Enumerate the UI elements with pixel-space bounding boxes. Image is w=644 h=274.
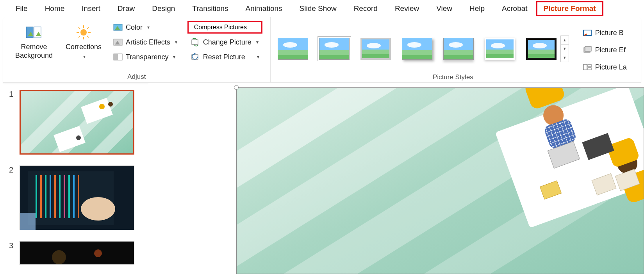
svg-rect-44 bbox=[54, 175, 56, 218]
slide-thumbnail-panel: 1 2 bbox=[0, 83, 148, 274]
compress-pictures-label: Compress Pictures bbox=[194, 24, 247, 31]
picture-layout-button[interactable]: Picture La bbox=[580, 61, 630, 73]
gallery-scroll-down[interactable]: ▾ bbox=[561, 44, 569, 53]
chevron-down-icon: ▾ bbox=[173, 54, 175, 60]
tab-view[interactable]: View bbox=[428, 1, 461, 16]
tab-home[interactable]: Home bbox=[36, 1, 73, 16]
chevron-down-icon: ▾ bbox=[256, 39, 259, 45]
picture-style-6[interactable] bbox=[485, 38, 515, 60]
svg-line-11 bbox=[78, 36, 80, 37]
chevron-down-icon: ▾ bbox=[147, 25, 150, 30]
svg-rect-27 bbox=[588, 64, 591, 67]
color-icon bbox=[113, 23, 123, 32]
svg-line-10 bbox=[87, 36, 89, 37]
picture-layout-icon bbox=[583, 63, 592, 71]
svg-rect-47 bbox=[68, 175, 70, 218]
remove-background-button[interactable]: Remove Background bbox=[9, 20, 59, 64]
tab-acrobat[interactable]: Acrobat bbox=[493, 1, 536, 16]
svg-line-9 bbox=[78, 27, 80, 29]
chevron-down-icon: ▾ bbox=[175, 39, 177, 45]
slide-thumb-image bbox=[20, 90, 134, 155]
gallery-scroll: ▴ ▾ ▾ bbox=[560, 36, 569, 62]
slide-thumb-image bbox=[20, 241, 134, 265]
gallery-scroll-up[interactable]: ▴ bbox=[561, 36, 569, 44]
change-picture-button[interactable]: Change Picture ▾ bbox=[187, 36, 262, 48]
picture-effects-icon bbox=[583, 46, 592, 54]
svg-rect-46 bbox=[64, 175, 65, 218]
svg-rect-40 bbox=[36, 175, 37, 218]
tab-slideshow[interactable]: Slide Show bbox=[291, 1, 345, 16]
svg-point-36 bbox=[108, 102, 113, 107]
picture-border-icon bbox=[583, 28, 592, 37]
svg-rect-28 bbox=[588, 68, 591, 70]
svg-point-35 bbox=[99, 104, 105, 109]
artistic-effects-label: Artistic Effects bbox=[126, 38, 170, 46]
transparency-button[interactable]: Transparency ▾ bbox=[110, 51, 180, 63]
corrections-icon bbox=[75, 25, 92, 40]
svg-rect-53 bbox=[20, 242, 134, 265]
slide-thumbnail-3[interactable]: 3 bbox=[5, 241, 143, 265]
picture-style-7[interactable] bbox=[526, 38, 557, 60]
slide-number: 3 bbox=[5, 241, 13, 265]
tab-design[interactable]: Design bbox=[143, 1, 184, 16]
picture-style-4[interactable] bbox=[402, 38, 432, 60]
tab-record[interactable]: Record bbox=[345, 1, 386, 16]
svg-rect-26 bbox=[583, 64, 587, 70]
transparency-icon bbox=[113, 53, 123, 61]
slide-thumbnail-2[interactable]: 2 bbox=[5, 165, 143, 230]
corrections-button[interactable]: Corrections ▾ bbox=[62, 20, 105, 64]
svg-rect-42 bbox=[45, 175, 46, 218]
change-picture-icon bbox=[191, 38, 200, 46]
remove-background-label: Remove Background bbox=[12, 43, 55, 60]
svg-rect-51 bbox=[86, 200, 98, 206]
tab-animations[interactable]: Animations bbox=[237, 1, 291, 16]
svg-rect-48 bbox=[73, 175, 75, 218]
ribbon: Remove Background Corrections ▾ Color ▾ bbox=[3, 17, 641, 83]
svg-point-4 bbox=[80, 29, 87, 36]
slide-canvas[interactable] bbox=[148, 83, 644, 274]
svg-rect-20 bbox=[192, 40, 198, 44]
tab-picture-format[interactable]: Picture Format bbox=[536, 1, 603, 16]
picture-effects-label: Picture Ef bbox=[595, 46, 626, 54]
picture-border-button[interactable]: Picture B bbox=[580, 27, 630, 39]
svg-rect-49 bbox=[78, 175, 79, 218]
picture-style-2[interactable] bbox=[319, 38, 350, 60]
selected-image[interactable] bbox=[236, 87, 644, 274]
transparency-label: Transparency bbox=[126, 53, 168, 61]
reset-picture-label: Reset Picture bbox=[203, 53, 245, 61]
color-label: Color bbox=[126, 23, 143, 32]
svg-point-54 bbox=[52, 250, 66, 264]
picture-styles-group-label: Picture Styles bbox=[271, 73, 635, 83]
slide-number: 2 bbox=[5, 165, 13, 230]
compress-pictures-button[interactable]: Compress Pictures bbox=[187, 21, 262, 34]
slide-number: 1 bbox=[5, 90, 13, 155]
remove-background-icon bbox=[25, 25, 43, 40]
svg-rect-41 bbox=[40, 175, 42, 218]
slide-thumb-image bbox=[20, 165, 134, 230]
picture-style-1[interactable] bbox=[278, 38, 308, 60]
picture-style-5[interactable] bbox=[443, 38, 474, 60]
chevron-down-icon: ▾ bbox=[257, 54, 259, 60]
svg-rect-18 bbox=[114, 54, 118, 60]
svg-rect-43 bbox=[50, 175, 51, 218]
reset-picture-button[interactable]: Reset Picture ▾ bbox=[187, 51, 262, 63]
picture-style-3[interactable] bbox=[360, 38, 391, 60]
artistic-effects-button[interactable]: Artistic Effects ▾ bbox=[110, 36, 180, 48]
artistic-effects-icon bbox=[113, 38, 123, 46]
change-picture-label: Change Picture bbox=[203, 38, 252, 46]
corrections-label: Corrections bbox=[66, 43, 102, 52]
tab-transitions[interactable]: Transitions bbox=[184, 1, 237, 16]
picture-effects-button[interactable]: Picture Ef bbox=[580, 44, 630, 56]
tab-insert[interactable]: Insert bbox=[73, 1, 109, 16]
tab-draw[interactable]: Draw bbox=[109, 1, 143, 16]
color-button[interactable]: Color ▾ bbox=[110, 21, 180, 34]
reset-picture-icon bbox=[191, 53, 200, 61]
gallery-more[interactable]: ▾ bbox=[561, 53, 569, 62]
tab-file[interactable]: File bbox=[7, 1, 36, 16]
svg-line-12 bbox=[87, 27, 89, 29]
tab-review[interactable]: Review bbox=[386, 1, 428, 16]
slide-thumbnail-1[interactable]: 1 bbox=[5, 90, 143, 155]
tab-help[interactable]: Help bbox=[461, 1, 493, 16]
svg-marker-22 bbox=[194, 53, 196, 55]
selection-handle-top[interactable] bbox=[234, 85, 239, 90]
